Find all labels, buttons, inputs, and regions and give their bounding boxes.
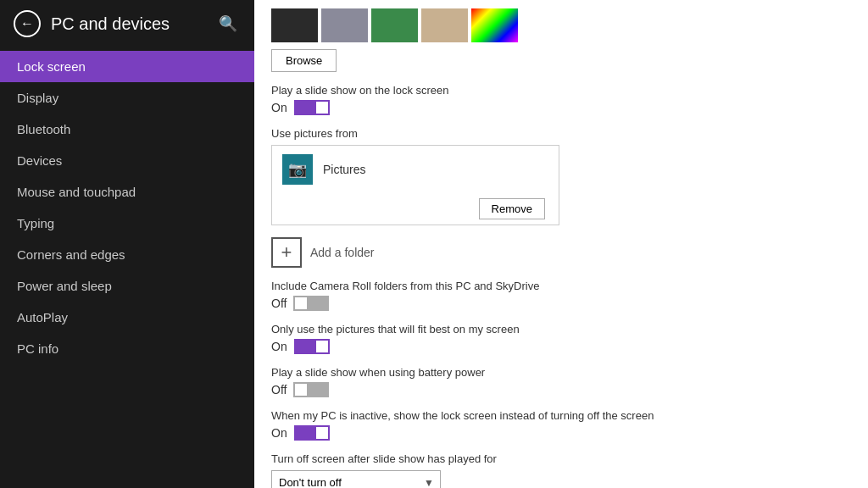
fit-pictures-toggle-container: On (271, 339, 851, 354)
thumbnail-5[interactable] (471, 8, 518, 42)
inactive-toggle[interactable] (294, 425, 330, 441)
turnoff-dropdown[interactable]: Don't turn off 5 minutes 10 minutes 30 m… (271, 470, 441, 488)
search-icon: 🔍 (219, 15, 237, 32)
plus-icon: + (271, 237, 302, 268)
use-pictures-label: Use pictures from (271, 127, 851, 140)
fit-pictures-toggle-knob (316, 341, 328, 352)
sidebar-item-power[interactable]: Power and sleep (0, 270, 254, 302)
search-button[interactable]: 🔍 (215, 11, 241, 36)
fit-pictures-label: Only use the pictures that will fit best… (271, 323, 851, 336)
thumbnails-row (271, 0, 851, 49)
sidebar-item-pcinfo[interactable]: PC info (0, 333, 254, 364)
fit-pictures-toggle[interactable] (294, 339, 330, 354)
pictures-row: 📷 Pictures (272, 146, 559, 193)
inactive-toggle-knob (316, 427, 328, 439)
turnoff-label: Turn off screen after slide show has pla… (271, 452, 851, 465)
slide-show-value: On (271, 101, 287, 114)
inactive-value: On (271, 426, 287, 440)
battery-toggle-knob (295, 384, 307, 396)
battery-setting: Play a slide show when using battery pow… (271, 366, 851, 397)
battery-toggle-container: Off (271, 382, 851, 397)
thumbnail-4[interactable] (421, 8, 468, 42)
sidebar-item-autoplay[interactable]: AutoPlay (0, 302, 254, 333)
main-content: Browse Play a slide show on the lock scr… (254, 0, 868, 488)
thumbnail-3[interactable] (371, 8, 418, 42)
sidebar-item-typing[interactable]: Typing (0, 208, 254, 239)
inactive-setting: When my PC is inactive, show the lock sc… (271, 409, 851, 441)
sidebar-item-display[interactable]: Display (0, 82, 254, 114)
pictures-folder-label: Pictures (323, 163, 366, 176)
battery-toggle[interactable] (293, 382, 329, 397)
fit-pictures-value: On (271, 340, 287, 353)
sidebar-header: ← PC and devices 🔍 (0, 0, 254, 47)
sidebar-item-lock-screen[interactable]: Lock screen (0, 51, 254, 82)
slide-show-label: Play a slide show on the lock screen (271, 84, 851, 97)
battery-value: Off (271, 383, 287, 396)
browse-button[interactable]: Browse (271, 49, 337, 72)
camera-roll-label: Include Camera Roll folders from this PC… (271, 280, 851, 292)
sidebar-item-devices[interactable]: Devices (0, 145, 254, 176)
slide-show-toggle-container: On (271, 100, 851, 115)
sidebar-title: PC and devices (51, 14, 170, 34)
pictures-icon: 📷 (282, 154, 313, 185)
camera-roll-setting: Include Camera Roll folders from this PC… (271, 280, 851, 311)
inactive-label: When my PC is inactive, show the lock sc… (271, 409, 851, 422)
inactive-toggle-container: On (271, 425, 851, 441)
use-pictures-setting: Use pictures from 📷 Pictures Remove (271, 127, 851, 225)
battery-label: Play a slide show when using battery pow… (271, 366, 851, 379)
sidebar-item-bluetooth[interactable]: Bluetooth (0, 114, 254, 145)
thumbnail-2[interactable] (321, 8, 368, 42)
back-button[interactable]: ← (14, 10, 41, 37)
remove-area: Remove (272, 193, 559, 225)
add-folder-label: Add a folder (310, 246, 375, 259)
sidebar-item-mouse[interactable]: Mouse and touchpad (0, 176, 254, 208)
camera-roll-toggle-knob (295, 297, 307, 309)
camera-roll-value: Off (271, 297, 287, 310)
sidebar-item-corners[interactable]: Corners and edges (0, 239, 254, 270)
fit-pictures-setting: Only use the pictures that will fit best… (271, 323, 851, 354)
pictures-box: 📷 Pictures Remove (271, 145, 559, 225)
slide-show-toggle-knob (316, 102, 328, 114)
slide-show-toggle[interactable] (294, 100, 330, 115)
camera-roll-toggle[interactable] (293, 296, 329, 311)
turnoff-dropdown-wrapper: Don't turn off 5 minutes 10 minutes 30 m… (271, 470, 441, 488)
slide-show-setting: Play a slide show on the lock screen On (271, 84, 851, 115)
add-folder-row[interactable]: + Add a folder (271, 237, 851, 268)
back-icon: ← (20, 16, 34, 31)
sidebar-nav: Lock screen Display Bluetooth Devices Mo… (0, 51, 254, 364)
camera-roll-toggle-container: Off (271, 296, 851, 311)
folder-icon: 📷 (288, 160, 307, 179)
thumbnail-1[interactable] (271, 8, 318, 42)
turnoff-row: Turn off screen after slide show has pla… (271, 452, 851, 488)
sidebar: ← PC and devices 🔍 Lock screen Display B… (0, 0, 254, 488)
remove-button[interactable]: Remove (479, 198, 545, 219)
